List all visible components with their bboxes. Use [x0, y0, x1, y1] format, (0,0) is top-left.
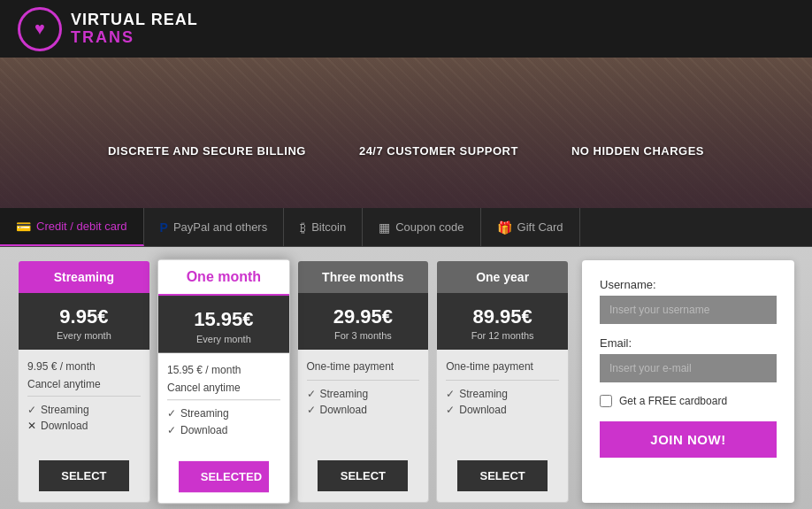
credit-card-icon: 💳 — [16, 220, 31, 234]
plan-one-month-price: 15.95€ — [165, 308, 282, 331]
feature-download: ✓ Download — [446, 404, 559, 416]
tab-bitcoin[interactable]: ₿ Bitcoin — [284, 208, 363, 246]
main-content: Streaming 9.95€ Every month 9.95 € / mon… — [0, 247, 812, 509]
tab-coupon-label: Coupon code — [395, 220, 463, 234]
tab-paypal[interactable]: P PayPal and others — [144, 208, 285, 246]
select-one-month-button[interactable]: SELECTED — [179, 461, 269, 492]
select-three-months-button[interactable]: SELECT — [318, 460, 408, 491]
checkbox-label: Get a FREE cardboard — [619, 395, 727, 407]
plan-three-months-price-area: 29.95€ For 3 months — [298, 293, 429, 350]
tab-credit-card[interactable]: 💳 Credit / debit card — [0, 208, 144, 246]
plan-streaming-features: 9.95 € / month Cancel anytime ✓ Streamin… — [19, 350, 149, 450]
plan-streaming-header: Streaming — [19, 261, 149, 293]
email-input[interactable] — [600, 354, 777, 382]
plan-three-months: Three months 29.95€ For 3 months One-tim… — [297, 260, 430, 503]
plan-three-months-name: Three months — [322, 270, 404, 284]
tab-giftcard[interactable]: 🎁 Gift Card — [481, 208, 580, 246]
feature-price: 9.95 € / month — [27, 360, 141, 373]
logo-text: VIRTUAL REAL TRANS — [71, 12, 198, 47]
tab-bitcoin-label: Bitcoin — [311, 220, 346, 234]
plan-one-month-features: 15.95 € / month Cancel anytime ✓ Streami… — [158, 353, 289, 451]
username-label: Username: — [600, 278, 777, 291]
plan-streaming: Streaming 9.95€ Every month 9.95 € / mon… — [18, 260, 150, 503]
plan-one-month-per: Every month — [165, 333, 282, 343]
email-group: Email: — [600, 336, 777, 382]
check-icon: ✓ — [307, 388, 316, 400]
bitcoin-icon: ₿ — [300, 220, 306, 235]
logo: ♥ VIRTUAL REAL TRANS — [18, 7, 198, 51]
plan-three-months-footer: SELECT — [298, 450, 429, 502]
select-streaming-button[interactable]: SELECT — [39, 460, 129, 491]
feature-cancel: Cancel anytime — [167, 382, 280, 394]
tab-giftcard-label: Gift Card — [517, 220, 563, 234]
feature-price: 15.95 € / month — [167, 364, 280, 376]
plan-streaming-footer: SELECT — [19, 450, 149, 502]
check-icon: ✓ — [167, 407, 176, 420]
signup-form: Username: Email: Get a FREE cardboard JO… — [582, 260, 794, 503]
plan-one-year-price-area: 89.95€ For 12 months — [437, 293, 568, 350]
plan-one-year-footer: SELECT — [437, 450, 568, 502]
plan-one-month-price-area: 15.95€ Every month — [158, 296, 289, 353]
select-one-year-button[interactable]: SELECT — [457, 460, 548, 491]
check-icon: ✓ — [167, 423, 176, 436]
feature-cancel: Cancel anytime — [27, 378, 141, 390]
plans-container: Streaming 9.95€ Every month 9.95 € / mon… — [18, 260, 569, 503]
join-button[interactable]: JOIN NOW! — [600, 421, 777, 458]
tab-credit-label: Credit / debit card — [36, 220, 127, 233]
feature-streaming: ✓ Streaming — [446, 388, 559, 400]
feature-download: ✓ Download — [167, 423, 280, 436]
plan-three-months-price: 29.95€ — [305, 305, 422, 328]
coupon-icon: ▦ — [379, 220, 390, 235]
email-label: Email: — [600, 336, 777, 350]
feature-payment: One-time payment — [446, 360, 559, 373]
feature-download: ✕ Download — [27, 420, 141, 432]
plan-one-year-header: One year — [437, 261, 568, 293]
logo-line1: VIRTUAL REAL — [71, 12, 198, 29]
plan-one-year-features: One-time payment ✓ Streaming ✓ Download — [437, 350, 568, 450]
hero-badge-billing: DISCRETE AND SECURE BILLING — [108, 144, 306, 158]
plan-one-year: One year 89.95€ For 12 months One-time p… — [436, 260, 569, 503]
heart-icon: ♥ — [34, 19, 45, 39]
feature-streaming: ✓ Streaming — [167, 407, 280, 420]
plan-one-year-name: One year — [476, 270, 529, 284]
feature-payment: One-time payment — [307, 360, 420, 373]
tab-coupon[interactable]: ▦ Coupon code — [363, 208, 480, 246]
site-header: ♥ VIRTUAL REAL TRANS — [0, 0, 812, 58]
username-group: Username: — [600, 278, 777, 324]
logo-line2: TRANS — [71, 29, 198, 47]
hero-background — [0, 58, 812, 208]
username-input[interactable] — [600, 296, 777, 324]
hero-section: DISCRETE AND SECURE BILLING 24/7 CUSTOME… — [0, 58, 812, 208]
feature-streaming: ✓ Streaming — [307, 388, 420, 400]
plan-three-months-header: Three months — [298, 261, 429, 293]
feature-download: ✓ Download — [307, 404, 420, 416]
hero-badge-charges: NO HIDDEN CHARGES — [571, 144, 704, 158]
plan-one-month-footer: SELECTED — [158, 451, 289, 504]
plan-three-months-features: One-time payment ✓ Streaming ✓ Download — [298, 350, 429, 450]
plan-one-year-per: For 12 months — [444, 330, 561, 341]
check-icon: ✓ — [27, 404, 36, 416]
plan-streaming-per: Every month — [26, 330, 142, 341]
payment-nav: 💳 Credit / debit card P PayPal and other… — [0, 208, 812, 247]
hero-badges: DISCRETE AND SECURE BILLING 24/7 CUSTOME… — [108, 144, 704, 158]
check-icon: ✓ — [446, 388, 455, 400]
feature-streaming: ✓ Streaming — [27, 404, 141, 416]
check-icon: ✓ — [446, 404, 455, 416]
plan-one-month: One month 15.95€ Every month 15.95 € / m… — [157, 259, 290, 505]
cross-icon: ✕ — [27, 420, 36, 432]
plan-one-year-price: 89.95€ — [444, 305, 561, 328]
paypal-icon: P — [160, 220, 168, 235]
hero-badge-support: 24/7 CUSTOMER SUPPORT — [359, 144, 518, 158]
plan-one-month-name: One month — [186, 269, 260, 284]
giftcard-icon: 🎁 — [497, 220, 512, 235]
checkbox-row: Get a FREE cardboard — [600, 395, 777, 407]
check-icon: ✓ — [307, 404, 316, 416]
plan-one-month-header: One month — [158, 260, 289, 296]
cardboard-checkbox[interactable] — [600, 395, 612, 407]
plan-three-months-per: For 3 months — [305, 330, 422, 341]
plan-streaming-price: 9.95€ — [26, 305, 142, 328]
plan-streaming-name: Streaming — [54, 270, 114, 284]
plan-streaming-price-area: 9.95€ Every month — [19, 293, 149, 350]
logo-icon: ♥ — [18, 7, 62, 51]
tab-paypal-label: PayPal and others — [173, 220, 267, 234]
